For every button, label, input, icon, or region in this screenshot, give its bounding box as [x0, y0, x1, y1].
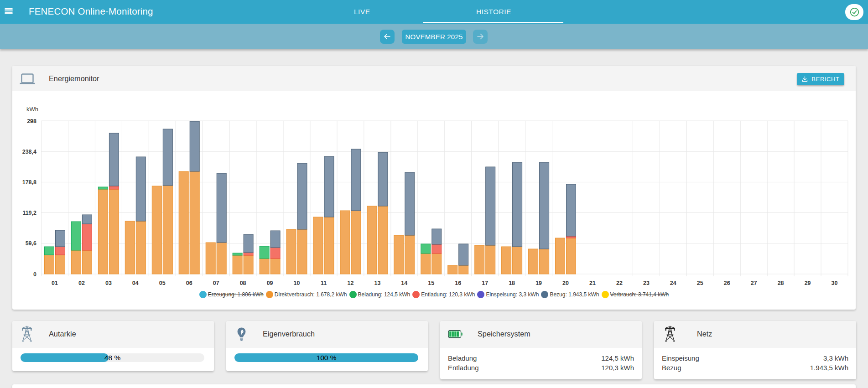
svg-text:13: 13: [374, 280, 380, 286]
svg-text:119,2: 119,2: [22, 210, 36, 216]
svg-text:19: 19: [535, 280, 542, 286]
svg-text:11: 11: [321, 280, 327, 286]
svg-text:07: 07: [213, 280, 219, 286]
svg-text:26: 26: [724, 280, 730, 286]
svg-text:06: 06: [186, 280, 192, 286]
svg-text:kWh: kWh: [26, 106, 38, 113]
svg-text:15: 15: [428, 280, 434, 286]
svg-text:16: 16: [455, 280, 461, 286]
svg-text:59,6: 59,6: [26, 240, 36, 247]
svg-text:25: 25: [697, 280, 703, 286]
svg-text:09: 09: [267, 280, 273, 286]
svg-text:01: 01: [52, 280, 58, 286]
svg-text:12: 12: [347, 280, 353, 286]
svg-text:22: 22: [616, 280, 623, 286]
svg-text:178,8: 178,8: [22, 179, 36, 186]
svg-text:298: 298: [27, 118, 36, 124]
svg-text:0: 0: [33, 271, 36, 278]
svg-text:18: 18: [509, 280, 515, 286]
svg-text:238,4: 238,4: [22, 149, 36, 155]
svg-text:23: 23: [643, 280, 650, 286]
svg-text:04: 04: [132, 280, 139, 286]
svg-text:27: 27: [751, 280, 757, 286]
svg-text:20: 20: [562, 280, 569, 286]
svg-text:21: 21: [589, 280, 596, 286]
svg-text:28: 28: [778, 280, 784, 286]
svg-text:17: 17: [482, 280, 488, 286]
svg-text:30: 30: [832, 280, 838, 286]
svg-text:29: 29: [805, 280, 811, 286]
svg-text:05: 05: [159, 280, 166, 286]
svg-text:14: 14: [401, 280, 407, 286]
svg-text:02: 02: [78, 280, 85, 286]
svg-text:24: 24: [670, 280, 676, 286]
svg-text:03: 03: [105, 280, 112, 286]
svg-text:10: 10: [294, 280, 300, 286]
svg-text:08: 08: [240, 280, 246, 286]
